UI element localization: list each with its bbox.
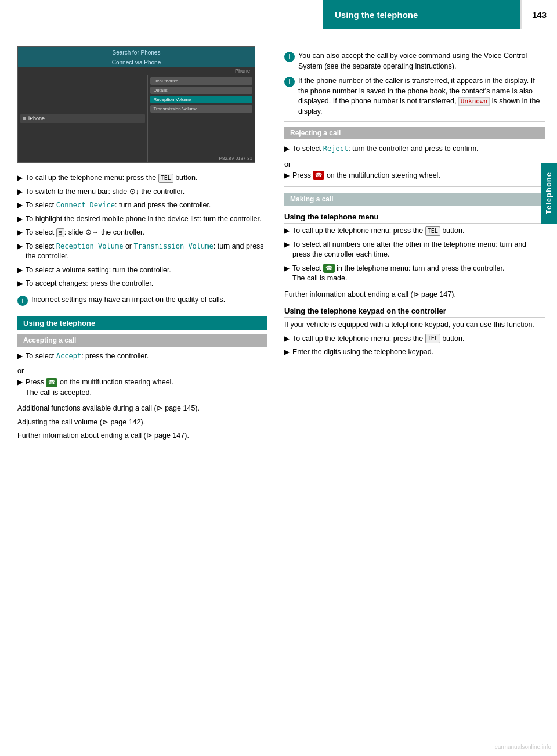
ss-details: Details <box>150 87 252 94</box>
list-item: ▶ To call up the telephone menu: press t… <box>284 334 545 344</box>
ss-menu1: Search for Phones <box>18 47 255 58</box>
unknown-badge: Unknown <box>458 97 490 106</box>
right-column: i You can also accept the call by voice … <box>278 41 557 451</box>
subsection-menu-title: Using the telephone menu <box>284 213 545 224</box>
list-item: ▶ Enter the digits using the telephone k… <box>284 347 545 358</box>
screenshot-image: Search for Phones Connect via Phone Phon… <box>17 46 255 163</box>
section-accepting-call: Accepting a call <box>17 334 267 347</box>
list-item: ▶ To select Reception Volume or Transmis… <box>17 242 267 262</box>
ss-phone-label: Phone <box>18 67 255 75</box>
info-icon-r1: i <box>284 52 295 62</box>
header-title-text: Using the telephone <box>335 10 418 20</box>
list-item: ▶ To select a volume setting: turn the c… <box>17 265 267 276</box>
ss-reception-volume: Reception Volume <box>150 96 252 103</box>
list-item: ▶ To select Reject: turn the controller … <box>284 144 545 154</box>
adjusting-volume: Adjusting the call volume (⊳ page 142). <box>17 417 267 428</box>
accepting-bullet-list-2: ▶ Press ☎ on the multifunction steering … <box>17 377 267 398</box>
info-box-1: i Incorrect settings may have an impact … <box>17 295 267 306</box>
main-content: Search for Phones Connect via Phone Phon… <box>0 29 557 462</box>
ss-deauthorize: Deauthorize <box>150 77 252 85</box>
ss-caption: P82.89-0137-31 <box>219 156 252 161</box>
info-icon: i <box>17 296 28 306</box>
ss-menu2: Connect via Phone <box>18 58 255 67</box>
info-box-right-2: i If the phone number of the caller is t… <box>284 76 545 117</box>
section-rejecting-call: Rejecting a call <box>284 127 545 139</box>
divider-r2 <box>284 186 545 187</box>
additional-functions: Additional functions available during a … <box>17 404 267 414</box>
tel-button-keypad: TEL <box>425 334 440 343</box>
phone-reject-icon: ☎ <box>313 171 324 180</box>
list-item: ▶ To call up the telephone menu: press t… <box>284 226 545 236</box>
list-item: ▶ To select Accept: press the controller… <box>17 351 267 362</box>
tel-button-r: TEL <box>425 226 440 236</box>
ss-transmission-volume: Transmission Volume <box>150 105 252 113</box>
phone-accept-icon: ☎ <box>46 378 57 387</box>
page-header: Using the telephone 143 <box>0 0 557 29</box>
tel-button: TEL <box>158 174 173 183</box>
keypad-para: If your vehicle is equipped with a telep… <box>284 320 545 330</box>
page-number: 143 <box>520 0 557 29</box>
list-item: ▶ To select ⊟: slide ⊙→ the controller. <box>17 228 267 238</box>
list-item: ▶ To switch to the menu bar: slide ⊙↓ th… <box>17 187 267 197</box>
further-info-left: Further information about ending a call … <box>17 431 267 441</box>
subsection-keypad-title: Using the telephone keypad on the contro… <box>284 307 545 318</box>
list-item: ▶ Press ☎ on the multifunction steering … <box>284 171 545 181</box>
info-box-right-1: i You can also accept the call by voice … <box>284 51 545 71</box>
left-column: Search for Phones Connect via Phone Phon… <box>0 41 278 451</box>
list-item: ▶ To accept changes: press the controlle… <box>17 279 267 289</box>
section-using-telephone: Using the telephone <box>17 316 267 330</box>
phone-dial-icon: ☎ <box>323 264 335 273</box>
side-tab-telephone: Telephone <box>541 163 557 224</box>
accepting-bullet-list: ▶ To select Accept: press the controller… <box>17 351 267 362</box>
left-bullet-list: ▶ To call up the telephone menu: press t… <box>17 173 267 289</box>
or-text-r1: or <box>284 160 545 168</box>
or-text-1: or <box>17 367 267 375</box>
watermark: carmanualsonline.info <box>495 744 551 750</box>
list-item: ▶ To highlight the desired mobile phone … <box>17 214 267 225</box>
list-item: ▶ To call up the telephone menu: press t… <box>17 173 267 183</box>
reject-bullet-list: ▶ To select Reject: turn the controller … <box>284 144 545 154</box>
ss-right-panel: Deauthorize Details Reception Volume Tra… <box>148 75 255 162</box>
divider-r1 <box>284 121 545 122</box>
header-title: Using the telephone <box>323 0 520 29</box>
section-making-call: Making a call <box>284 193 545 206</box>
list-item: ▶ To select Connect Device: turn and pre… <box>17 200 267 211</box>
list-item: ▶ To select all numbers one after the ot… <box>284 240 545 260</box>
divider-1 <box>17 311 267 311</box>
ss-dot-icon <box>23 117 26 120</box>
icon-button: ⊟ <box>56 228 64 237</box>
list-item: ▶ Press ☎ on the multifunction steering … <box>17 377 267 398</box>
info-icon-r2: i <box>284 77 295 87</box>
ss-body: iPhone Deauthorize Details Reception Vol… <box>18 75 255 162</box>
making-bullet-list: ▶ To call up the telephone menu: press t… <box>284 226 545 284</box>
reject-bullet-list-2: ▶ Press ☎ on the multifunction steering … <box>284 171 545 181</box>
list-item: ▶ To select ☎ in the telephone menu: tur… <box>284 264 545 284</box>
further-info-right: Further information about ending a call … <box>284 290 545 300</box>
ss-left-panel: iPhone <box>18 75 148 162</box>
ss-device-row: iPhone <box>20 114 145 123</box>
keypad-bullet-list: ▶ To call up the telephone menu: press t… <box>284 334 545 358</box>
